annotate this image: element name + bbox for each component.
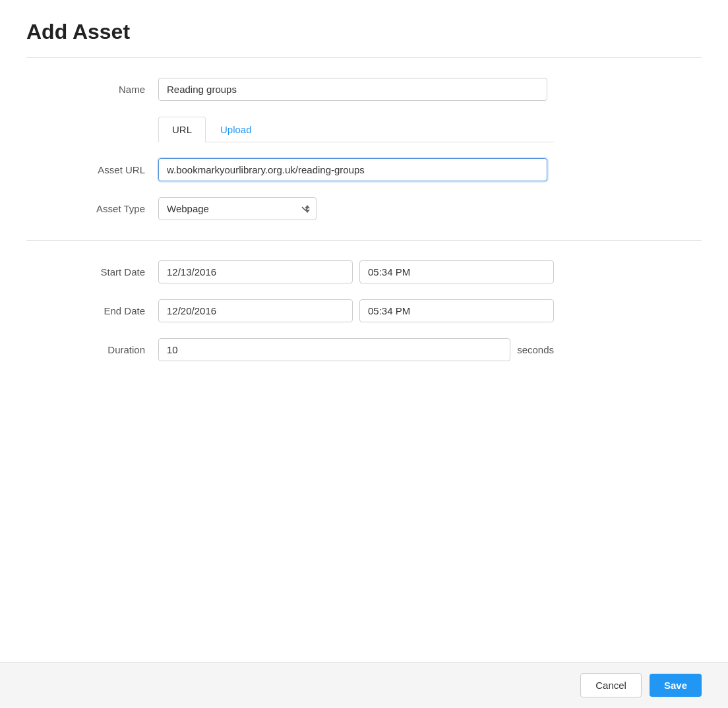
footer-bar: Cancel Save	[0, 662, 728, 708]
asset-url-row: Asset URL	[26, 158, 702, 181]
asset-type-wrapper: Webpage Image Video PDF	[158, 197, 317, 220]
start-date-label: Start Date	[26, 266, 158, 278]
asset-type-control: Webpage Image Video PDF	[158, 197, 554, 220]
tabs-container: URL Upload	[158, 117, 554, 142]
asset-type-row: Asset Type Webpage Image Video PDF	[26, 197, 702, 220]
duration-group: seconds	[158, 338, 554, 361]
end-date-time-group	[158, 299, 554, 322]
end-time-input[interactable]	[359, 299, 554, 322]
asset-url-control	[158, 158, 554, 181]
tab-url[interactable]: URL	[158, 117, 206, 142]
tabs-controls: URL Upload	[158, 117, 554, 142]
asset-url-label: Asset URL	[26, 164, 158, 175]
end-date-row: End Date	[26, 299, 702, 322]
page-container: Add Asset Name URL Upload Asset URL	[0, 0, 728, 708]
start-date-row: Start Date	[26, 260, 702, 283]
start-time-input[interactable]	[359, 260, 554, 283]
name-control	[158, 78, 554, 101]
asset-type-label: Asset Type	[26, 203, 158, 214]
start-date-control	[158, 260, 554, 283]
section-divider	[26, 240, 702, 241]
asset-type-select[interactable]: Webpage Image Video PDF	[158, 197, 317, 220]
tab-upload[interactable]: Upload	[207, 117, 265, 142]
asset-url-input[interactable]	[158, 158, 547, 181]
tabs-row: URL Upload	[26, 117, 702, 142]
main-content: Add Asset Name URL Upload Asset URL	[0, 0, 728, 662]
start-date-time-group	[158, 260, 554, 283]
duration-control: seconds	[158, 338, 554, 361]
duration-row: Duration seconds	[26, 338, 702, 361]
duration-label: Duration	[26, 344, 158, 355]
end-date-control	[158, 299, 554, 322]
name-label: Name	[26, 84, 158, 95]
end-date-input[interactable]	[158, 299, 353, 322]
duration-input[interactable]	[158, 338, 510, 361]
cancel-button[interactable]: Cancel	[580, 673, 642, 697]
name-row: Name	[26, 78, 702, 101]
start-date-input[interactable]	[158, 260, 353, 283]
save-button[interactable]: Save	[650, 674, 702, 697]
seconds-label: seconds	[517, 344, 554, 355]
name-input[interactable]	[158, 78, 547, 101]
end-date-label: End Date	[26, 305, 158, 316]
page-title: Add Asset	[26, 20, 702, 58]
